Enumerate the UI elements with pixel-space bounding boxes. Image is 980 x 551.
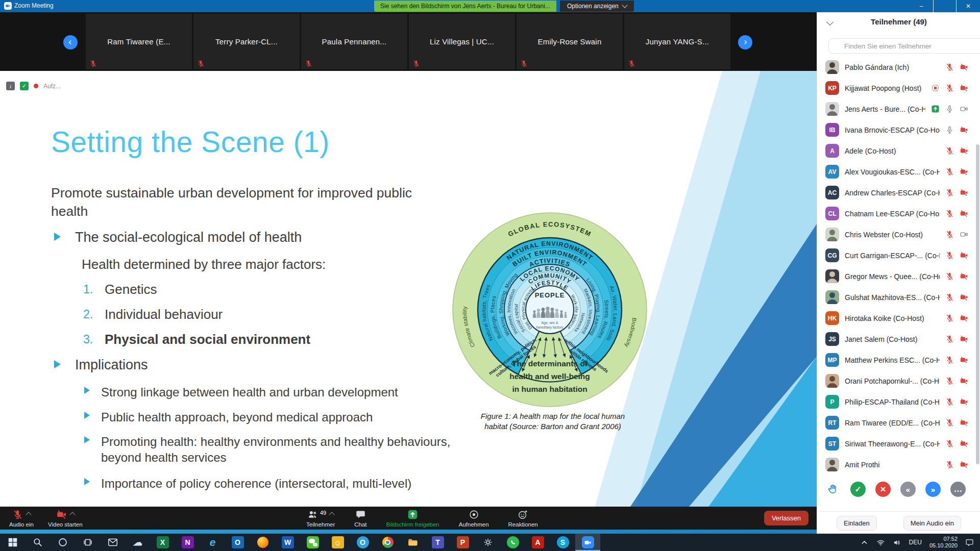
mail-app-icon[interactable]	[100, 534, 125, 551]
participant-row[interactable]: Chris Webster (Co-Host)	[817, 224, 975, 245]
recording-indicator-icon	[931, 84, 940, 92]
more-reactions-button[interactable]: …	[950, 482, 966, 497]
video-tile[interactable]: Paula Pennanen...	[301, 14, 407, 69]
teams-app-icon[interactable]: T	[425, 534, 450, 551]
faster-button[interactable]: »	[925, 482, 941, 497]
taskbar-search-icon[interactable]	[25, 534, 50, 551]
close-button[interactable]: ✕	[957, 0, 980, 12]
file-explorer-icon[interactable]	[400, 534, 425, 551]
reactions-button[interactable]: Reaktionen	[508, 507, 538, 530]
chrome-app-icon[interactable]	[375, 534, 400, 551]
video-tile[interactable]: Junyan YANG-S...	[624, 14, 730, 69]
leave-button[interactable]: Verlassen	[764, 511, 808, 525]
participant-row[interactable]: RTRam Tiwaree (EDD/E... (Co-Host)	[817, 412, 975, 433]
maximize-button[interactable]	[933, 0, 957, 12]
participant-row[interactable]: Amit Prothi	[817, 454, 975, 472]
avatar: A	[825, 144, 839, 158]
invite-button[interactable]: Einladen	[837, 516, 877, 531]
audio-options-caret[interactable]	[26, 512, 31, 517]
chat-button[interactable]: Chat	[354, 507, 366, 530]
outlook-app-icon[interactable]: O	[225, 534, 250, 551]
participant-row[interactable]: Orani Potchapornkul-... (Co-Host)	[817, 370, 975, 391]
participant-row[interactable]: Gregor Mews - Quee... (Co-Host)	[817, 266, 975, 287]
video-tile[interactable]: Terry Parker-CL...	[193, 14, 300, 69]
start-button[interactable]	[0, 534, 25, 551]
video-tile[interactable]: Emily-Rose Swain	[517, 14, 623, 69]
participant-row[interactable]: AVAlex Vougioukas-ESC... (Co-Host)	[817, 161, 975, 182]
yes-button[interactable]: ✓	[850, 482, 866, 497]
excel-app-icon[interactable]: X	[150, 534, 175, 551]
minimize-button[interactable]: –	[910, 0, 933, 12]
wifi-icon[interactable]	[876, 538, 885, 547]
participant-row[interactable]: AAdele (Co-Host)	[817, 140, 975, 161]
audio-button[interactable]: Audio ein	[9, 507, 34, 530]
video-options-caret[interactable]	[69, 512, 75, 517]
participant-row[interactable]: Gulshat Mazhitova-ES... (Co-Host)	[817, 287, 975, 308]
svg-text:hereditary factors: hereditary factors	[536, 325, 564, 330]
whatsapp-app-icon[interactable]	[500, 534, 525, 551]
participant-row[interactable]: CGCurt Garrigan-ESCAP-... (Co-Host)	[817, 245, 975, 266]
video-tile[interactable]: Liz Villegas | UC...	[409, 14, 515, 69]
participant-row[interactable]: HKHirotaka Koike (Co-Host)	[817, 308, 975, 329]
tray-chevron-up-icon[interactable]	[860, 538, 869, 547]
participant-row[interactable]: Pablo Gándara (Ich)	[817, 57, 975, 78]
my-audio-button[interactable]: Mein Audio ein	[903, 516, 961, 531]
participant-name: Siriwat Theerawong-E... (Co-Host)	[845, 440, 940, 448]
video-tile-name: Liz Villegas | UC...	[430, 37, 494, 46]
firefox-app-icon[interactable]	[250, 534, 275, 551]
camera-on-icon	[960, 105, 968, 113]
blue-app-icon[interactable]: O	[350, 534, 375, 551]
camera-off-icon	[960, 251, 968, 260]
meeting-info-icon[interactable]: i	[6, 82, 15, 90]
participant-row[interactable]: PPhilip-ESCAP-Thailand (Co-Host)	[817, 391, 975, 412]
share-screen-button[interactable]: Bildschirm freigeben	[386, 507, 439, 530]
participant-row[interactable]: IBIvana Brnovic-ESCAP (Co-Host)	[817, 119, 975, 140]
speaker-icon[interactable]	[893, 538, 901, 547]
settings-app-icon[interactable]	[475, 534, 500, 551]
record-button[interactable]: Aufnehmen	[459, 507, 489, 530]
participant-search-input[interactable]	[828, 38, 980, 54]
participant-row[interactable]: Jens Aerts - Bure... (Co-Host)	[817, 98, 975, 119]
mic-muted-icon	[520, 60, 528, 67]
next-participants-button[interactable]	[738, 35, 752, 49]
onenote-app-icon[interactable]: N	[175, 534, 200, 551]
encryption-shield-icon[interactable]: ✓	[20, 82, 29, 90]
slide-title: Setting the Scene (1)	[51, 125, 330, 159]
edge-app-icon[interactable]: e	[200, 534, 225, 551]
powerpoint-app-icon[interactable]: P	[450, 534, 475, 551]
no-button[interactable]: ×	[875, 482, 891, 497]
participant-row[interactable]: STSiriwat Theerawong-E... (Co-Host)	[817, 433, 975, 454]
onedrive-app-icon[interactable]: ☁	[125, 534, 150, 551]
word-app-icon[interactable]: W	[275, 534, 300, 551]
avatar	[825, 458, 839, 471]
participant-row[interactable]: KPKijjawat Poopong (Host)	[817, 78, 975, 98]
share-options-button[interactable]: Optionen anzeigen	[560, 1, 634, 12]
skype-app-icon[interactable]: S	[550, 534, 575, 551]
previous-participants-button[interactable]	[63, 35, 78, 49]
participant-row[interactable]: MPMatthew Perkins ESC... (Co-Host)	[817, 349, 975, 370]
participants-list: Pablo Gándara (Ich)KPKijjawat Poopong (H…	[817, 57, 975, 472]
participant-name: Curt Garrigan-ESCAP-... (Co-Host)	[845, 252, 940, 260]
action-center-icon[interactable]	[965, 538, 974, 547]
messenger-app-icon[interactable]: ☺	[325, 534, 350, 551]
participants-caret[interactable]	[329, 512, 335, 517]
panel-scrollbar[interactable]	[976, 144, 979, 464]
task-view-icon[interactable]	[75, 534, 100, 551]
zoom-camera-glyph	[582, 536, 594, 548]
raise-hand-button[interactable]	[825, 482, 841, 497]
slower-button[interactable]: «	[900, 482, 916, 497]
participant-row[interactable]: CLChatnam Lee-ESCAP (Co-Host)	[817, 203, 975, 224]
camera-off-icon	[960, 63, 968, 71]
keyboard-language[interactable]: DEU	[909, 539, 922, 546]
wechat-app-icon[interactable]	[300, 534, 325, 551]
participants-button[interactable]: 49 Teilnehmer	[306, 507, 335, 530]
avatar: CL	[825, 207, 839, 220]
video-tile[interactable]: Ram Tiwaree (E...	[86, 14, 192, 69]
cortana-icon[interactable]	[50, 534, 75, 551]
participant-row[interactable]: ACAndrew Charles-ESCAP (Co-Host)	[817, 182, 975, 203]
video-button[interactable]: Video starten	[48, 507, 83, 530]
taskbar-clock[interactable]: 07:52 05.10.2020	[929, 536, 958, 549]
participant-row[interactable]: JSJanet Salem (Co-Host)	[817, 329, 975, 349]
zoom-app-taskbar-icon[interactable]	[575, 534, 600, 551]
acrobat-app-icon[interactable]: A	[525, 534, 550, 551]
